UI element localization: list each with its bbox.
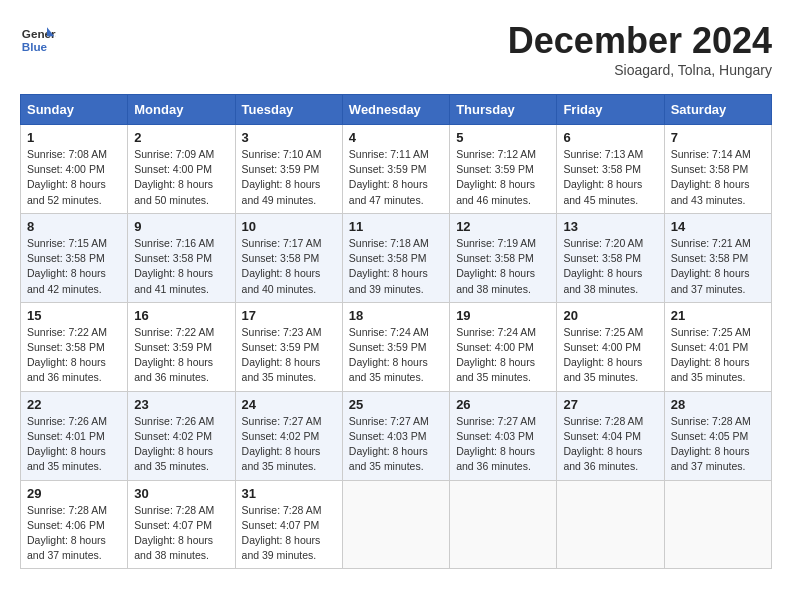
day-info: Sunrise: 7:26 AMSunset: 4:01 PMDaylight:… xyxy=(27,414,121,475)
day-info: Sunrise: 7:28 AMSunset: 4:06 PMDaylight:… xyxy=(27,503,121,564)
location: Sioagard, Tolna, Hungary xyxy=(508,62,772,78)
calendar-cell: 24Sunrise: 7:27 AMSunset: 4:02 PMDayligh… xyxy=(235,391,342,480)
day-info: Sunrise: 7:09 AMSunset: 4:00 PMDaylight:… xyxy=(134,147,228,208)
day-info: Sunrise: 7:28 AMSunset: 4:07 PMDaylight:… xyxy=(242,503,336,564)
calendar-cell: 5Sunrise: 7:12 AMSunset: 3:59 PMDaylight… xyxy=(450,125,557,214)
day-number: 27 xyxy=(563,397,657,412)
day-info: Sunrise: 7:12 AMSunset: 3:59 PMDaylight:… xyxy=(456,147,550,208)
calendar-cell: 13Sunrise: 7:20 AMSunset: 3:58 PMDayligh… xyxy=(557,213,664,302)
calendar-cell xyxy=(664,480,771,569)
day-info: Sunrise: 7:28 AMSunset: 4:05 PMDaylight:… xyxy=(671,414,765,475)
calendar-week-3: 15Sunrise: 7:22 AMSunset: 3:58 PMDayligh… xyxy=(21,302,772,391)
day-info: Sunrise: 7:16 AMSunset: 3:58 PMDaylight:… xyxy=(134,236,228,297)
day-info: Sunrise: 7:08 AMSunset: 4:00 PMDaylight:… xyxy=(27,147,121,208)
calendar-cell: 12Sunrise: 7:19 AMSunset: 3:58 PMDayligh… xyxy=(450,213,557,302)
day-number: 2 xyxy=(134,130,228,145)
logo: General Blue xyxy=(20,20,56,56)
calendar-cell: 26Sunrise: 7:27 AMSunset: 4:03 PMDayligh… xyxy=(450,391,557,480)
calendar-cell: 3Sunrise: 7:10 AMSunset: 3:59 PMDaylight… xyxy=(235,125,342,214)
day-info: Sunrise: 7:17 AMSunset: 3:58 PMDaylight:… xyxy=(242,236,336,297)
day-number: 26 xyxy=(456,397,550,412)
calendar-cell: 21Sunrise: 7:25 AMSunset: 4:01 PMDayligh… xyxy=(664,302,771,391)
calendar-cell: 20Sunrise: 7:25 AMSunset: 4:00 PMDayligh… xyxy=(557,302,664,391)
calendar-cell: 18Sunrise: 7:24 AMSunset: 3:59 PMDayligh… xyxy=(342,302,449,391)
day-info: Sunrise: 7:14 AMSunset: 3:58 PMDaylight:… xyxy=(671,147,765,208)
day-info: Sunrise: 7:27 AMSunset: 4:03 PMDaylight:… xyxy=(349,414,443,475)
day-number: 25 xyxy=(349,397,443,412)
day-number: 9 xyxy=(134,219,228,234)
day-number: 22 xyxy=(27,397,121,412)
calendar-cell: 30Sunrise: 7:28 AMSunset: 4:07 PMDayligh… xyxy=(128,480,235,569)
day-number: 13 xyxy=(563,219,657,234)
calendar-week-4: 22Sunrise: 7:26 AMSunset: 4:01 PMDayligh… xyxy=(21,391,772,480)
weekday-header-wednesday: Wednesday xyxy=(342,95,449,125)
weekday-header-thursday: Thursday xyxy=(450,95,557,125)
calendar-cell: 10Sunrise: 7:17 AMSunset: 3:58 PMDayligh… xyxy=(235,213,342,302)
day-info: Sunrise: 7:20 AMSunset: 3:58 PMDaylight:… xyxy=(563,236,657,297)
calendar-cell: 19Sunrise: 7:24 AMSunset: 4:00 PMDayligh… xyxy=(450,302,557,391)
calendar-cell: 22Sunrise: 7:26 AMSunset: 4:01 PMDayligh… xyxy=(21,391,128,480)
day-number: 28 xyxy=(671,397,765,412)
calendar-cell: 31Sunrise: 7:28 AMSunset: 4:07 PMDayligh… xyxy=(235,480,342,569)
day-number: 30 xyxy=(134,486,228,501)
day-info: Sunrise: 7:13 AMSunset: 3:58 PMDaylight:… xyxy=(563,147,657,208)
day-number: 21 xyxy=(671,308,765,323)
calendar-cell: 17Sunrise: 7:23 AMSunset: 3:59 PMDayligh… xyxy=(235,302,342,391)
day-info: Sunrise: 7:23 AMSunset: 3:59 PMDaylight:… xyxy=(242,325,336,386)
calendar-cell: 6Sunrise: 7:13 AMSunset: 3:58 PMDaylight… xyxy=(557,125,664,214)
weekday-header-row: SundayMondayTuesdayWednesdayThursdayFrid… xyxy=(21,95,772,125)
day-number: 8 xyxy=(27,219,121,234)
day-number: 29 xyxy=(27,486,121,501)
day-info: Sunrise: 7:18 AMSunset: 3:58 PMDaylight:… xyxy=(349,236,443,297)
day-info: Sunrise: 7:22 AMSunset: 3:59 PMDaylight:… xyxy=(134,325,228,386)
day-number: 11 xyxy=(349,219,443,234)
weekday-header-monday: Monday xyxy=(128,95,235,125)
day-info: Sunrise: 7:15 AMSunset: 3:58 PMDaylight:… xyxy=(27,236,121,297)
calendar-cell: 8Sunrise: 7:15 AMSunset: 3:58 PMDaylight… xyxy=(21,213,128,302)
calendar-cell: 11Sunrise: 7:18 AMSunset: 3:58 PMDayligh… xyxy=(342,213,449,302)
day-info: Sunrise: 7:27 AMSunset: 4:03 PMDaylight:… xyxy=(456,414,550,475)
day-info: Sunrise: 7:19 AMSunset: 3:58 PMDaylight:… xyxy=(456,236,550,297)
day-info: Sunrise: 7:25 AMSunset: 4:01 PMDaylight:… xyxy=(671,325,765,386)
title-block: December 2024 Sioagard, Tolna, Hungary xyxy=(508,20,772,78)
day-number: 15 xyxy=(27,308,121,323)
calendar-cell: 9Sunrise: 7:16 AMSunset: 3:58 PMDaylight… xyxy=(128,213,235,302)
month-title: December 2024 xyxy=(508,20,772,62)
calendar-cell: 25Sunrise: 7:27 AMSunset: 4:03 PMDayligh… xyxy=(342,391,449,480)
calendar-cell: 29Sunrise: 7:28 AMSunset: 4:06 PMDayligh… xyxy=(21,480,128,569)
day-info: Sunrise: 7:28 AMSunset: 4:04 PMDaylight:… xyxy=(563,414,657,475)
day-info: Sunrise: 7:28 AMSunset: 4:07 PMDaylight:… xyxy=(134,503,228,564)
calendar-cell: 2Sunrise: 7:09 AMSunset: 4:00 PMDaylight… xyxy=(128,125,235,214)
svg-text:Blue: Blue xyxy=(22,40,48,53)
day-info: Sunrise: 7:21 AMSunset: 3:58 PMDaylight:… xyxy=(671,236,765,297)
weekday-header-sunday: Sunday xyxy=(21,95,128,125)
day-number: 3 xyxy=(242,130,336,145)
day-number: 5 xyxy=(456,130,550,145)
day-number: 14 xyxy=(671,219,765,234)
day-number: 31 xyxy=(242,486,336,501)
calendar-cell: 14Sunrise: 7:21 AMSunset: 3:58 PMDayligh… xyxy=(664,213,771,302)
calendar-week-5: 29Sunrise: 7:28 AMSunset: 4:06 PMDayligh… xyxy=(21,480,772,569)
calendar-week-1: 1Sunrise: 7:08 AMSunset: 4:00 PMDaylight… xyxy=(21,125,772,214)
day-info: Sunrise: 7:24 AMSunset: 4:00 PMDaylight:… xyxy=(456,325,550,386)
calendar-cell xyxy=(557,480,664,569)
calendar-cell xyxy=(450,480,557,569)
day-number: 24 xyxy=(242,397,336,412)
day-info: Sunrise: 7:25 AMSunset: 4:00 PMDaylight:… xyxy=(563,325,657,386)
day-number: 6 xyxy=(563,130,657,145)
calendar-cell: 27Sunrise: 7:28 AMSunset: 4:04 PMDayligh… xyxy=(557,391,664,480)
day-number: 19 xyxy=(456,308,550,323)
day-info: Sunrise: 7:27 AMSunset: 4:02 PMDaylight:… xyxy=(242,414,336,475)
calendar-cell: 4Sunrise: 7:11 AMSunset: 3:59 PMDaylight… xyxy=(342,125,449,214)
calendar-cell: 15Sunrise: 7:22 AMSunset: 3:58 PMDayligh… xyxy=(21,302,128,391)
day-number: 10 xyxy=(242,219,336,234)
calendar-cell: 23Sunrise: 7:26 AMSunset: 4:02 PMDayligh… xyxy=(128,391,235,480)
calendar-cell: 7Sunrise: 7:14 AMSunset: 3:58 PMDaylight… xyxy=(664,125,771,214)
calendar-cell: 28Sunrise: 7:28 AMSunset: 4:05 PMDayligh… xyxy=(664,391,771,480)
calendar-cell: 16Sunrise: 7:22 AMSunset: 3:59 PMDayligh… xyxy=(128,302,235,391)
day-info: Sunrise: 7:26 AMSunset: 4:02 PMDaylight:… xyxy=(134,414,228,475)
day-number: 16 xyxy=(134,308,228,323)
day-number: 18 xyxy=(349,308,443,323)
calendar-table: SundayMondayTuesdayWednesdayThursdayFrid… xyxy=(20,94,772,569)
day-info: Sunrise: 7:24 AMSunset: 3:59 PMDaylight:… xyxy=(349,325,443,386)
